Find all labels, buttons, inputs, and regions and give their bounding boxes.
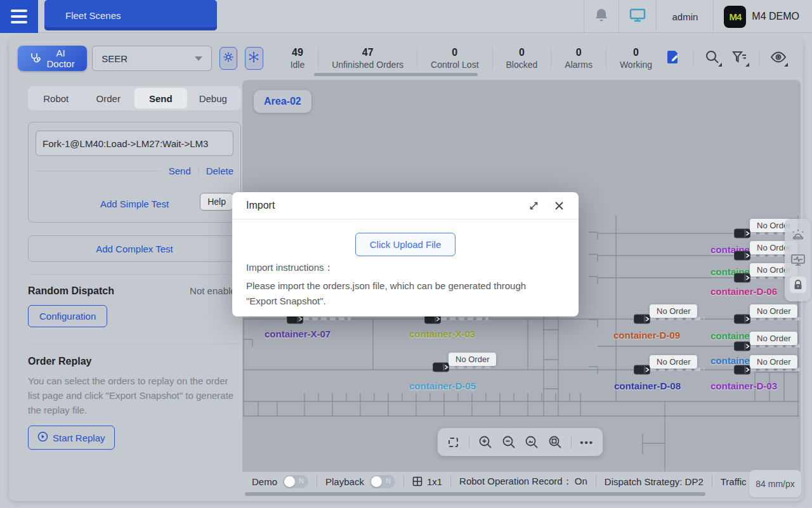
robot-icon[interactable] <box>634 314 650 324</box>
demo-toggle[interactable]: N <box>283 475 308 488</box>
tab-order[interactable]: Order <box>82 88 135 108</box>
zoom-region-icon <box>548 435 562 449</box>
robot-trail <box>303 317 351 320</box>
settings-button[interactable] <box>219 47 237 70</box>
robot-trail <box>441 317 488 320</box>
stat-working: 0Working <box>606 46 665 70</box>
menu-button[interactable] <box>0 0 38 33</box>
robot-icon[interactable] <box>433 362 449 372</box>
tab-fleet-scenes-label: Fleet Scenes <box>65 10 121 21</box>
map-horizontal-scrollbar[interactable] <box>245 492 705 496</box>
tab-robot[interactable]: Robot <box>30 88 82 108</box>
dispatch-strategy: Dispatch Strategy: DP2 <box>605 476 704 487</box>
network-button[interactable] <box>245 47 263 70</box>
configuration-button[interactable]: Configuration <box>28 305 107 327</box>
add-complex-test-button[interactable]: Add Complex Test <box>28 235 241 262</box>
stat-alarms: 0Alarms <box>551 46 606 70</box>
tab-send[interactable]: Send <box>134 88 187 108</box>
network-icon <box>248 51 259 65</box>
no-order-badge: No Order <box>650 355 697 368</box>
order-replay-title: Order Replay <box>28 356 241 367</box>
zoom-in-button[interactable] <box>478 434 493 450</box>
robot-icon[interactable] <box>734 365 750 375</box>
playback-label: Playback <box>325 476 364 487</box>
stat-idle: 49Idle <box>277 46 318 70</box>
robot-icon[interactable] <box>734 314 750 324</box>
tab-debug[interactable]: Debug <box>187 88 240 108</box>
add-simple-test-link[interactable]: Add Simple Test <box>100 199 169 209</box>
stethoscope-icon <box>29 52 41 65</box>
edit-order-button[interactable] <box>665 50 682 67</box>
container-label[interactable]: container-X-03 <box>409 329 475 339</box>
search-button[interactable] <box>704 50 721 67</box>
upload-file-button[interactable]: Click Upload File <box>355 233 456 256</box>
robot-operation-record: Robot Operation Record： On <box>459 476 587 488</box>
playback-toggle[interactable]: N <box>370 475 395 488</box>
import-modal: Import Click Upload File Import instruct… <box>232 192 579 316</box>
import-instructions-body: Please import the orders.json file, whic… <box>246 278 551 309</box>
robot-icon[interactable] <box>734 228 750 238</box>
tab-fleet-scenes[interactable]: Fleet Scenes <box>44 0 217 30</box>
robot-icon[interactable] <box>734 273 750 283</box>
no-order-badge: No Order <box>750 332 797 345</box>
zoom-fit-content-button[interactable] <box>524 434 539 450</box>
container-label[interactable]: container-D-06 <box>710 286 777 297</box>
monitor-icon <box>629 8 646 25</box>
ellipsis-icon: ••• <box>580 437 594 448</box>
map-side-toolbar <box>785 219 811 301</box>
monitor-button[interactable] <box>619 0 656 33</box>
container-label[interactable]: container-D-09 <box>613 330 680 341</box>
edit-document-icon <box>667 49 681 67</box>
fleet-toolbar: AI Doctor SEER 49Idle <box>9 38 803 79</box>
more-tools-button[interactable]: ••• <box>579 434 594 450</box>
fullscreen-button[interactable] <box>528 200 539 211</box>
area-select-button[interactable] <box>446 434 461 450</box>
map-status-bar: Demo N Playback N 1x1 Robot Operation Re… <box>242 472 801 491</box>
delete-link[interactable]: Delete <box>206 166 233 176</box>
notifications-button[interactable] <box>584 0 619 33</box>
area-label[interactable]: Area-02 <box>254 90 311 113</box>
zoom-fit-icon <box>525 435 539 449</box>
import-instructions-title: Import instructions： <box>246 262 565 274</box>
map-scroll-strip <box>242 491 801 497</box>
robot-icon[interactable] <box>734 251 750 261</box>
fleet-select[interactable]: SEER <box>92 46 212 71</box>
zoom-reset-button[interactable] <box>547 434 563 450</box>
container-label[interactable]: container-D-03 <box>710 381 777 391</box>
no-order-badge: No Order <box>750 355 797 368</box>
order-replay-description: You can select the orders to replay on t… <box>28 374 241 417</box>
help-button[interactable]: Help <box>200 193 233 211</box>
panel-tabs: Robot Order Send Debug <box>28 86 241 110</box>
lock-button[interactable] <box>790 277 806 293</box>
zoom-out-button[interactable] <box>501 434 516 450</box>
visibility-button[interactable] <box>770 50 787 67</box>
no-order-badge: No Order <box>449 353 496 366</box>
container-label[interactable]: container-D-05 <box>409 381 476 391</box>
robot-icon[interactable] <box>634 365 650 375</box>
container-label[interactable]: containe <box>710 330 750 341</box>
stats-scrollbar[interactable] <box>314 73 478 76</box>
monitor-chart-button[interactable] <box>790 252 806 268</box>
container-label[interactable]: container-D-08 <box>614 381 681 391</box>
close-icon <box>554 201 564 211</box>
map-zoom-toolbar: ••• <box>438 428 603 456</box>
order-command-input[interactable] <box>36 131 233 156</box>
ai-doctor-button[interactable]: AI Doctor <box>18 46 87 71</box>
selection-box-icon <box>449 438 458 447</box>
start-replay-button[interactable]: Start Replay <box>28 426 115 450</box>
grid-layout-button[interactable]: 1x1 <box>412 476 442 487</box>
no-order-badge: No Order <box>750 304 797 318</box>
brand-name: M4 DEMO <box>752 11 799 22</box>
close-button[interactable] <box>553 200 565 211</box>
brand: M4 M4 DEMO <box>713 0 812 33</box>
filter-button[interactable] <box>731 50 748 67</box>
send-link[interactable]: Send <box>169 166 191 176</box>
left-panel: Robot Order Send Debug Send | Delete Add… <box>19 79 241 501</box>
container-label[interactable]: container-X-07 <box>265 329 331 339</box>
robot-icon[interactable] <box>734 341 750 351</box>
chevron-down-icon <box>195 56 202 61</box>
brand-logo: M4 <box>724 6 746 28</box>
alarm-beacon-button[interactable] <box>790 227 806 244</box>
user-name[interactable]: admin <box>656 0 713 33</box>
zoom-in-icon <box>478 435 492 449</box>
